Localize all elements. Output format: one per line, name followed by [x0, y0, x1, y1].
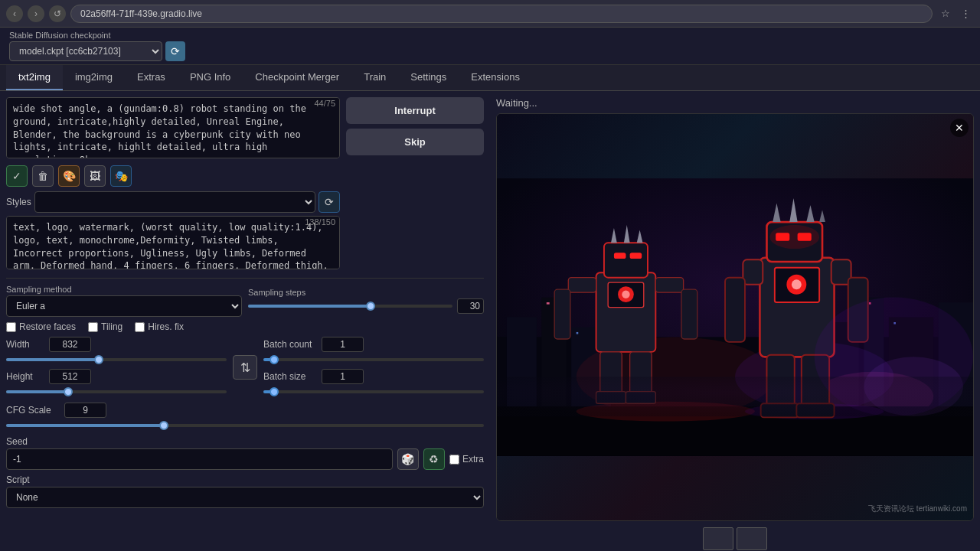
browser-toolbar: ☆ ⋮ [937, 5, 974, 22]
tab-settings[interactable]: Settings [398, 65, 459, 90]
browser-forward-button[interactable]: › [28, 5, 44, 22]
width-control: Width 832 [6, 337, 227, 366]
cfg-scale-value: 9 [64, 403, 106, 418]
svg-rect-27 [604, 243, 648, 277]
divider-1 [6, 278, 484, 279]
sampling-method-dropdown[interactable]: Euler a [6, 295, 242, 317]
model-refresh-button[interactable]: ⟳ [165, 41, 185, 61]
image-icon-button[interactable]: 🖼 [84, 165, 106, 187]
tab-pnginfo[interactable]: PNG Info [178, 65, 243, 90]
prompt-icon-row: ✓ 🗑 🎨 🖼 🎭 [6, 164, 340, 188]
batch-size-value: 1 [322, 369, 364, 384]
script-label: Script [6, 474, 484, 485]
batch-count-value: 1 [322, 337, 364, 352]
svg-point-44 [792, 279, 802, 289]
swap-dimensions-button[interactable]: ⇅ [233, 355, 257, 380]
robot-canvas: 飞天资讯论坛 tertianwiki.com [497, 114, 973, 520]
styles-dropdown[interactable] [34, 191, 315, 213]
sampling-steps-label: Sampling steps [248, 288, 484, 297]
browser-bookmark-icon[interactable]: ☆ [937, 5, 954, 22]
svg-rect-28 [614, 253, 626, 259]
watermark-text: 飞天资讯论坛 tertianwiki.com [868, 504, 967, 514]
browser-chrome: ‹ › ↺ ☆ ⋮ [0, 0, 980, 28]
tab-img2img[interactable]: img2img [63, 65, 125, 90]
image-display: 飞天资讯论坛 tertianwiki.com ✕ [496, 113, 974, 521]
svg-rect-40 [681, 289, 697, 339]
svg-rect-39 [655, 278, 683, 292]
tab-checkpoint-merger[interactable]: Checkpoint Merger [243, 65, 351, 90]
positive-prompt-counter: 44/75 [314, 99, 335, 108]
seed-label: Seed [6, 436, 484, 447]
negative-prompt-textarea[interactable]: text, logo, watermark, (worst quality, l… [6, 216, 340, 269]
tab-extensions[interactable]: Extensions [459, 65, 532, 90]
palette-icon-button[interactable]: 🎭 [110, 165, 132, 187]
script-dropdown[interactable]: None [6, 487, 484, 508]
sampling-method-label: Sampling method [6, 285, 242, 294]
model-selector-label: Stable Diffusion checkpoint [9, 31, 185, 40]
batch-count-label: Batch count [263, 339, 317, 350]
interrupt-button[interactable]: Interrupt [346, 97, 484, 124]
app-header: Stable Diffusion checkpoint model.ckpt [… [0, 28, 980, 65]
main-layout: 44/75 wide shot angle, a (gundam:0.8) ro… [0, 91, 980, 551]
right-panel: Waiting... [490, 91, 980, 551]
waiting-label: Waiting... [496, 97, 974, 109]
cfg-scale-label: CFG Scale [6, 405, 60, 416]
negative-prompt-counter: 138/150 [305, 217, 335, 227]
width-label: Width [6, 339, 44, 350]
positive-prompt-textarea[interactable]: wide shot angle, a (gundam:0.8) robot st… [6, 97, 340, 158]
height-control: Height 512 [6, 369, 227, 398]
seed-dice-button[interactable]: 🎲 [397, 448, 419, 470]
svg-point-26 [622, 291, 629, 298]
batch-size-control: Batch size 1 [263, 369, 484, 398]
thumbnail-item[interactable] [703, 527, 733, 550]
svg-rect-37 [568, 278, 596, 292]
height-label: Height [6, 371, 44, 382]
left-panel: 44/75 wide shot angle, a (gundam:0.8) ro… [0, 91, 490, 551]
seed-extra-checkbox[interactable]: Extra [449, 454, 484, 465]
svg-rect-38 [554, 289, 570, 339]
styles-apply-button[interactable]: ⟳ [318, 191, 340, 213]
accept-icon-button[interactable]: ✓ [6, 165, 28, 187]
script-section: Script None [6, 474, 484, 508]
thumbnail-item[interactable] [737, 527, 767, 550]
tabs-bar: txt2img img2img Extras PNG Info Checkpoi… [0, 65, 980, 91]
cfg-scale-control: CFG Scale 9 [6, 403, 484, 432]
close-image-button[interactable]: ✕ [950, 119, 969, 137]
model-selector-dropdown[interactable]: model.ckpt [cc6cb27103] [9, 41, 162, 61]
delete-icon-button[interactable]: 🗑 [32, 165, 54, 187]
svg-rect-53 [743, 259, 763, 284]
svg-rect-11 [547, 302, 550, 305]
checkbox-row: Restore faces Tiling Hires. fix [6, 321, 484, 332]
prompts-column: 44/75 wide shot angle, a (gundam:0.8) ro… [6, 97, 340, 272]
robot-scene-svg [497, 114, 973, 520]
svg-point-48 [769, 225, 819, 249]
browser-url-input[interactable] [70, 5, 933, 23]
browser-back-button[interactable]: ‹ [6, 5, 23, 22]
svg-rect-12 [577, 332, 579, 334]
seed-section: Seed 🎲 ♻ Extra [6, 436, 484, 470]
tiling-checkbox[interactable]: Tiling [88, 321, 122, 332]
browser-menu-icon[interactable]: ⋮ [957, 5, 974, 22]
paint-icon-button[interactable]: 🎨 [58, 165, 80, 187]
svg-rect-63 [497, 377, 973, 416]
width-value: 832 [49, 337, 91, 352]
positive-prompt-wrapper: 44/75 wide shot angle, a (gundam:0.8) ro… [6, 97, 340, 161]
tab-train[interactable]: Train [351, 65, 398, 90]
tab-extras[interactable]: Extras [125, 65, 178, 90]
seed-row: 🎲 ♻ Extra [6, 448, 484, 470]
batch-count-control: Batch count 1 [263, 337, 484, 366]
seed-input[interactable] [6, 448, 393, 470]
seed-recycle-button[interactable]: ♻ [423, 448, 445, 470]
tab-txt2img[interactable]: txt2img [6, 65, 63, 90]
right-actions-column: Interrupt Skip [346, 97, 484, 272]
hires-fix-checkbox[interactable]: Hires. fix [135, 321, 184, 332]
prompt-section: 44/75 wide shot angle, a (gundam:0.8) ro… [6, 97, 484, 272]
svg-rect-29 [630, 253, 642, 259]
browser-refresh-button[interactable]: ↺ [49, 5, 66, 22]
styles-label: Styles [6, 197, 31, 207]
restore-faces-checkbox[interactable]: Restore faces [6, 321, 76, 332]
skip-button[interactable]: Skip [346, 129, 484, 155]
sampling-steps-value: 30 [457, 298, 484, 314]
batch-size-label: Batch size [263, 371, 317, 382]
negative-prompt-wrapper: 138/150 text, logo, watermark, (worst qu… [6, 216, 340, 272]
